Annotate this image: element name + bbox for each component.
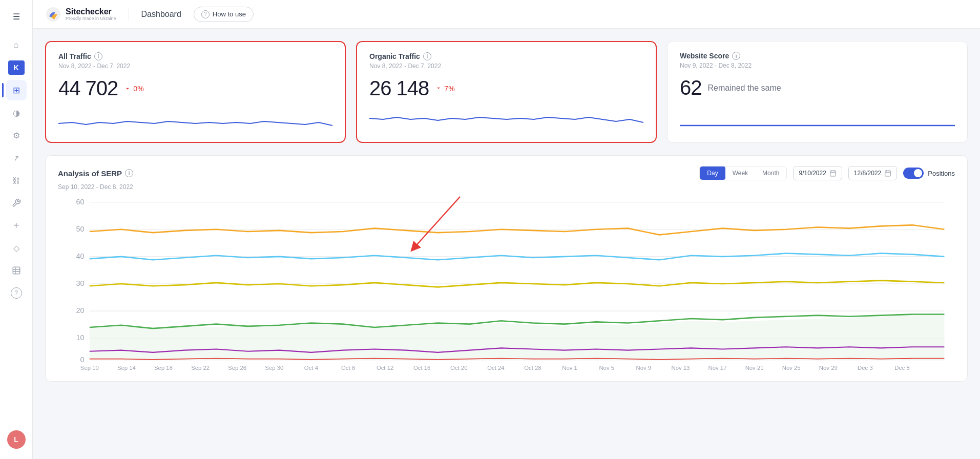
sidebar-item-diamond[interactable]: ◇	[6, 238, 27, 258]
analytics-icon: ◑	[13, 108, 20, 118]
reports-icon	[12, 266, 21, 275]
down-arrow-icon-2	[435, 85, 442, 92]
svg-text:Oct 4: Oct 4	[304, 365, 319, 371]
page-title: Dashboard	[141, 10, 181, 19]
period-day-button[interactable]: Day	[700, 166, 725, 180]
all-traffic-change: 0%	[124, 85, 143, 93]
svg-rect-10	[885, 171, 891, 176]
sidebar-item-links[interactable]: ⛓	[6, 170, 27, 191]
sidebar-item-tools[interactable]	[6, 193, 27, 213]
sidebar-item-analytics[interactable]: ◑	[6, 102, 27, 123]
period-week-button[interactable]: Week	[725, 166, 755, 180]
all-traffic-card: All Traffic i Nov 8, 2022 - Dec 7, 2022 …	[45, 41, 346, 143]
svg-text:Nov 21: Nov 21	[745, 365, 764, 371]
sidebar-item-home[interactable]: ⌂	[6, 35, 27, 55]
sidebar-item-dashboard[interactable]: ⊞	[6, 80, 27, 100]
all-traffic-title: All Traffic i	[58, 52, 332, 60]
all-traffic-value-row: 44 702 0%	[58, 77, 332, 100]
menu-icon: ☰	[13, 12, 20, 22]
website-score-remained: Remained the same	[708, 84, 781, 93]
analysis-info-icon[interactable]: i	[125, 169, 133, 177]
svg-text:40: 40	[76, 252, 84, 260]
svg-text:Oct 8: Oct 8	[341, 365, 355, 371]
organic-traffic-value: 26 148	[369, 77, 429, 100]
svg-text:50: 50	[76, 225, 84, 233]
svg-text:Nov 17: Nov 17	[708, 365, 727, 371]
positions-toggle-switch[interactable]	[903, 168, 924, 179]
svg-text:Sep 30: Sep 30	[265, 365, 283, 371]
positions-toggle: Positions	[903, 168, 955, 179]
wrench-icon	[12, 198, 21, 207]
svg-text:Oct 20: Oct 20	[450, 365, 467, 371]
svg-text:20: 20	[76, 306, 84, 315]
add-icon: +	[13, 220, 19, 232]
all-traffic-sparkline	[58, 108, 332, 134]
analysis-section: Analysis of SERP i Day Week Month 9/10/2…	[45, 155, 968, 382]
svg-text:Sep 18: Sep 18	[154, 365, 173, 371]
svg-text:Nov 25: Nov 25	[782, 365, 801, 371]
svg-text:Sep 14: Sep 14	[117, 365, 136, 371]
serp-chart: 60 50 40 30 20 10 0	[58, 197, 955, 371]
website-score-title: Website Score i	[680, 52, 955, 60]
organic-traffic-date: Nov 8, 2022 - Dec 7, 2022	[369, 62, 643, 70]
logo-image	[45, 6, 61, 23]
svg-text:Nov 1: Nov 1	[562, 365, 577, 371]
all-traffic-date: Nov 8, 2022 - Dec 7, 2022	[58, 62, 332, 70]
organic-traffic-info-icon[interactable]: i	[423, 52, 431, 60]
all-traffic-value: 44 702	[58, 77, 118, 100]
sidebar-item-add[interactable]: +	[6, 215, 27, 236]
sidebar-item-project[interactable]: K	[6, 57, 27, 78]
svg-text:0: 0	[80, 356, 84, 364]
sidebar: ☰ ⌂ K ⊞ ◑ ⚙ ↗ ⛓ + ◇ ? L	[0, 0, 33, 459]
website-score-card: Website Score i Nov 9, 2022 - Dec 8, 202…	[667, 41, 968, 143]
svg-text:Oct 12: Oct 12	[377, 365, 393, 371]
period-buttons: Day Week Month	[699, 166, 787, 180]
diamond-icon: ◇	[13, 243, 19, 253]
organic-traffic-value-row: 26 148 7%	[369, 77, 643, 100]
sidebar-item-settings[interactable]: ⚙	[6, 125, 27, 145]
dashboard-icon: ⊞	[13, 85, 20, 96]
svg-text:Sep 26: Sep 26	[228, 365, 246, 371]
sidebar-item-help[interactable]: ?	[6, 283, 27, 303]
all-traffic-info-icon[interactable]: i	[94, 52, 102, 60]
svg-text:Oct 16: Oct 16	[413, 365, 430, 371]
organic-traffic-change: 7%	[435, 85, 454, 93]
period-month-button[interactable]: Month	[755, 166, 786, 180]
svg-rect-6	[830, 171, 836, 176]
organic-traffic-title: Organic Traffic i	[369, 52, 643, 60]
website-score-value: 62	[680, 76, 702, 99]
k-badge: K	[8, 60, 25, 75]
svg-text:Sep 22: Sep 22	[191, 365, 210, 371]
sidebar-item-menu[interactable]: ☰	[6, 6, 27, 27]
calendar-icon-2	[884, 170, 891, 177]
analysis-title: Analysis of SERP i	[58, 169, 133, 178]
main-content: Sitechecker Proudly made in Ukraine Dash…	[33, 0, 980, 459]
how-to-use-button[interactable]: ? How to use	[194, 7, 254, 22]
svg-text:60: 60	[76, 198, 84, 206]
website-score-sparkline	[680, 108, 955, 133]
website-score-info-icon[interactable]: i	[732, 52, 740, 60]
header-divider	[129, 8, 129, 20]
logo-text: Sitechecker Proudly made in Ukraine	[66, 7, 116, 22]
trends-icon: ↗	[12, 153, 20, 163]
content-area: All Traffic i Nov 8, 2022 - Dec 7, 2022 …	[33, 29, 980, 459]
svg-text:Dec 8: Dec 8	[894, 365, 910, 371]
home-icon: ⌂	[13, 40, 18, 50]
avatar[interactable]: L	[7, 430, 26, 449]
svg-text:30: 30	[76, 279, 84, 287]
date-to-input[interactable]: 12/8/2022	[848, 166, 897, 180]
svg-text:Oct 28: Oct 28	[524, 365, 541, 371]
sidebar-item-trends[interactable]: ↗	[6, 148, 27, 168]
sidebar-item-reports[interactable]	[6, 260, 27, 281]
stats-row: All Traffic i Nov 8, 2022 - Dec 7, 2022 …	[45, 41, 968, 143]
analysis-header: Analysis of SERP i Day Week Month 9/10/2…	[58, 166, 955, 180]
svg-text:Nov 9: Nov 9	[636, 365, 652, 371]
settings-icon: ⚙	[13, 131, 20, 140]
website-score-value-row: 62 Remained the same	[680, 76, 955, 99]
analysis-date-range: Sep 10, 2022 - Dec 8, 2022	[58, 183, 955, 191]
calendar-icon	[829, 170, 837, 177]
organic-traffic-sparkline	[369, 108, 643, 134]
date-from-input[interactable]: 9/10/2022	[793, 166, 842, 180]
svg-text:Nov 5: Nov 5	[599, 365, 614, 371]
svg-rect-0	[13, 267, 20, 274]
